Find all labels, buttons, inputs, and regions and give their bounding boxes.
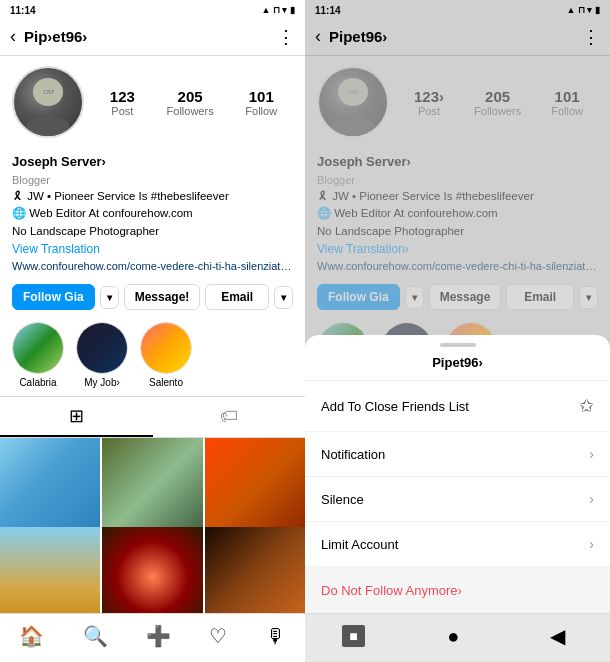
add-nav-left[interactable]: ➕ [138,622,179,650]
sheet-label-notification: Notification [321,447,385,462]
back-nav-right[interactable]: ◀ [542,622,573,650]
circle-nav-right[interactable]: ● [439,623,467,650]
time-left: 11:14 [10,5,36,16]
grid-cell-1[interactable] [0,438,100,538]
view-translation-left[interactable]: View Translation [12,240,293,258]
posts-label-left: Post [111,105,133,117]
action-buttons-left: Follow Gia ▾ Message! Email ▾ [0,280,305,318]
status-bar-left: 11:14 ▲ ⊓ ▾ ▮ [0,0,305,18]
followers-label-left: Followers [167,105,214,117]
bottom-nav-right: ■ ● ◀ [305,613,610,662]
follow-stat-left[interactable]: 101 Follow [245,88,277,117]
right-panel: 11:14 ▲ ⊓ ▾ ▮ ‹ Pipet96› ⋮ 👓 123› Post [305,0,610,662]
tabs-left: ⊞ 🏷 [0,396,305,438]
sheet-handle [305,335,610,351]
follow-count-left: 101 [249,88,274,105]
chevron-silence-icon: › [589,491,594,507]
grid-cell-4[interactable] [0,527,100,613]
left-panel: 11:14 ▲ ⊓ ▾ ▮ ‹ Pip›et96› ⋮ 👓 123 Post [0,0,305,662]
chevron-notification-icon: › [589,446,594,462]
highlight-calabria-left[interactable]: Calabria [12,322,64,388]
profile-section-left: 👓 123 Post 205 Followers 101 Follow [0,56,305,152]
tab-grid-left[interactable]: ⊞ [0,397,153,437]
home-nav-left[interactable]: 🏠 [11,622,52,650]
follow-label-left: Follow [245,105,277,117]
sheet-item-notification[interactable]: Notification › [305,432,610,476]
back-button-left[interactable]: ‹ [10,26,16,47]
bio-line3-left: No Landscape Photographer [12,223,293,240]
star-icon: ✩ [579,395,594,417]
grid-cell-2[interactable] [102,438,202,538]
bottom-sheet: Pipet96› Add To Close Friends List ✩ Not… [305,335,610,613]
square-nav-right[interactable]: ■ [342,625,364,647]
more-button-left[interactable]: ⋮ [277,26,295,48]
sheet-label-limit: Limit Account [321,537,398,552]
bio-name-left: Joseph Server› [12,152,293,172]
follow-dropdown-left[interactable]: ▾ [100,286,119,309]
highlight-label-myjob: My Job› [84,377,120,388]
posts-count-left: 123 [110,88,135,105]
grid-cell-5[interactable] [102,527,202,613]
mic-nav-left[interactable]: 🎙 [258,623,294,650]
highlights-left: Calabria My Job› Salento [0,318,305,396]
tab-tags-left[interactable]: 🏷 [153,397,306,437]
profile-top-left: 👓 123 Post 205 Followers 101 Follow [12,66,293,138]
chevron-limit-icon: › [589,536,594,552]
tag-icon-left: 🏷 [220,406,238,427]
followers-count-left: 205 [178,88,203,105]
search-nav-left[interactable]: 🔍 [75,622,116,650]
sheet-overlay: Pipet96› Add To Close Friends List ✩ Not… [305,0,610,662]
sheet-title: Pipet96› [305,351,610,380]
email-dropdown-left[interactable]: ▾ [274,286,293,309]
top-nav-left: ‹ Pip›et96› ⋮ [0,18,305,56]
heart-nav-left[interactable]: ♡ [201,622,235,650]
email-button-left[interactable]: Email [205,284,269,310]
nav-username-left: Pip›et96› [24,28,277,45]
sheet-label-close-friends: Add To Close Friends List [321,399,469,414]
bio-category-left: Blogger [12,172,293,189]
highlight-salento-left[interactable]: Salento [140,322,192,388]
bio-section-left: Joseph Server› Blogger 🎗 JW • Pioneer Se… [0,152,305,280]
grid-cell-6[interactable] [205,527,305,613]
grid-icon-left: ⊞ [69,405,84,427]
posts-stat-left[interactable]: 123 Post [110,88,135,117]
avatar-left: 👓 [12,66,84,138]
sheet-item-limit[interactable]: Limit Account › [305,522,610,566]
handle-bar [440,343,476,347]
sheet-label-silence: Silence [321,492,364,507]
grid-cell-3[interactable] [205,438,305,538]
followers-stat-left[interactable]: 205 Followers [167,88,214,117]
follow-button-left[interactable]: Follow Gia [12,284,95,310]
status-icons-left: ▲ ⊓ ▾ ▮ [262,5,295,15]
sheet-footer-text: Do Not Follow Anymore› [321,583,462,598]
photo-grid-left [0,438,305,613]
sheet-item-close-friends[interactable]: Add To Close Friends List ✩ [305,381,610,431]
sheet-item-silence[interactable]: Silence › [305,477,610,521]
message-button-left[interactable]: Message! [124,284,201,310]
highlight-label-calabria: Calabria [19,377,56,388]
bio-line1-left: 🎗 JW • Pioneer Service Is #thebeslifeeve… [12,188,293,205]
bio-url-left[interactable]: Www.confourehow.com/come-vedere-chi-ti-h… [12,258,293,275]
highlight-label-salento: Salento [149,377,183,388]
highlight-myjob-left[interactable]: My Job› [76,322,128,388]
sheet-footer[interactable]: Do Not Follow Anymore› [305,567,610,613]
stats-left: 123 Post 205 Followers 101 Follow [94,88,293,117]
bio-line2-left: 🌐 Web Editor At confourehow.com [12,205,293,222]
bottom-nav-left: 🏠 🔍 ➕ ♡ 🎙 [0,613,305,662]
